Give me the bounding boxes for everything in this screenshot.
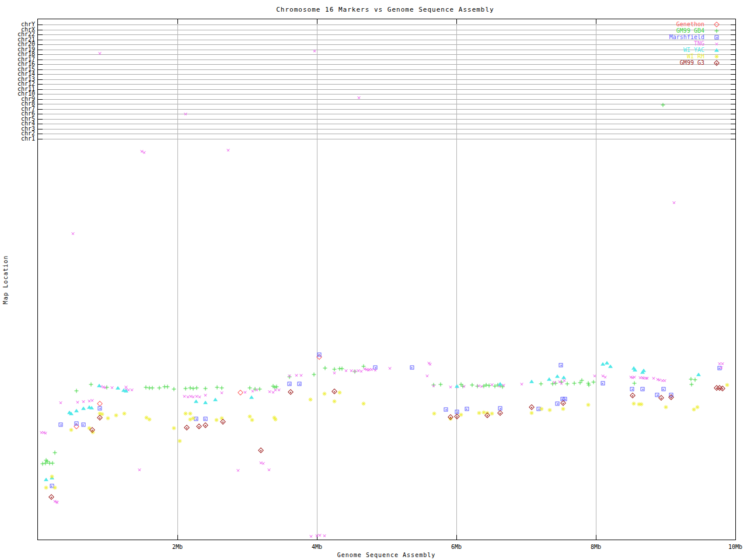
marker-gm99-g3 — [97, 415, 103, 421]
marker-tng — [462, 384, 466, 388]
y-tick-right — [731, 89, 735, 90]
marker-gm99-g3 — [630, 393, 636, 398]
marker-tng — [55, 500, 60, 505]
plot-area — [37, 19, 736, 540]
marker-tng — [602, 374, 607, 379]
marker-tng — [369, 367, 374, 372]
marker-tng — [186, 394, 190, 399]
marker-genethon — [97, 401, 103, 407]
marker-gm99-gb4 — [431, 383, 435, 387]
marker-gm99-gb4 — [632, 382, 636, 386]
marker-wi-yac — [641, 369, 646, 372]
marker-wi-yac — [249, 396, 254, 399]
y-tick-left — [38, 84, 43, 85]
marker-wi-rh — [631, 402, 636, 406]
x-tick-top — [177, 19, 178, 24]
marker-gm99-gb4 — [495, 383, 500, 387]
chromosome-gridline — [38, 69, 735, 70]
marker-wi-rh — [250, 418, 254, 422]
legend-label-wi-yac: WI YAC — [605, 47, 704, 53]
marker-gm99-gb4 — [273, 386, 277, 390]
marker-marshfield — [98, 407, 102, 411]
legend-label-gm99-gb4: GM99 GB4 — [605, 27, 704, 34]
marker-gm99-gb4 — [587, 383, 591, 387]
marker-wi-yac — [601, 362, 605, 366]
marker-gm99-g3 — [196, 424, 202, 429]
marker-wi-yac — [121, 388, 126, 392]
chromosome-gridline — [38, 124, 735, 124]
marker-wi-rh — [481, 411, 486, 415]
marker-gm99-gb4 — [693, 378, 697, 382]
marker-wi-yac — [67, 411, 72, 414]
marker-wi-rh — [123, 412, 127, 416]
y-tick-left — [38, 99, 43, 100]
marker-gm99-g3 — [560, 400, 566, 406]
marker-tng — [219, 390, 224, 395]
y-tick-right — [731, 74, 735, 75]
marker-tng — [431, 383, 435, 388]
marker-marshfield — [50, 484, 54, 488]
chromosome-gridline — [38, 134, 735, 134]
marker-gm99-gb4 — [163, 385, 167, 389]
x-axis-title: Genome Sequence Assembly — [233, 552, 539, 558]
x-tick-bottom — [456, 535, 457, 540]
chromosome-gridline — [38, 94, 735, 94]
marker-gm99-gb4 — [312, 373, 316, 377]
marker-gm99-gb4 — [148, 386, 152, 390]
marker-tng — [362, 366, 367, 371]
marker-gm99-g3 — [484, 412, 490, 418]
marker-marshfield — [655, 393, 659, 397]
marker-wi-yac — [213, 398, 218, 401]
marker-wi-rh — [188, 418, 192, 422]
marker-wi-rh — [191, 416, 196, 421]
marker-wi-rh — [725, 383, 729, 387]
y-tick-right — [731, 40, 735, 40]
marker-gm99-gb4 — [459, 383, 463, 387]
marker-tng — [43, 430, 48, 435]
y-tick-left — [38, 104, 43, 104]
marker-tng — [638, 375, 643, 380]
chromosome-gridline — [38, 89, 735, 90]
marker-wi-rh — [274, 418, 278, 422]
marker-gm99-gb4 — [44, 459, 48, 463]
marker-wi-yac — [640, 370, 645, 374]
marker-tng — [130, 387, 134, 392]
marker-wi-rh — [106, 416, 110, 421]
marker-gm99-gb4 — [45, 460, 49, 464]
marker-tng — [126, 387, 131, 392]
marker-gm99-gb4 — [586, 382, 590, 386]
marker-tng — [191, 394, 196, 399]
y-tick-right — [731, 30, 735, 30]
mb-gridline — [456, 19, 457, 540]
marker-wi-rh — [44, 486, 48, 490]
marker-wi-rh — [490, 412, 494, 416]
marker-wi-yac — [89, 406, 94, 410]
marker-gm99-gb4 — [487, 384, 491, 388]
marker-gm99-gb4 — [166, 385, 170, 389]
marker-tng — [641, 376, 646, 380]
marker-tng — [366, 368, 371, 372]
marker-tng — [645, 376, 650, 380]
marker-wi-yac — [81, 407, 86, 410]
marker-wi-rh — [323, 392, 327, 396]
marker-gm99-gb4 — [41, 462, 45, 466]
marker-wi-rh — [177, 439, 181, 443]
marker-gm99-gb4 — [500, 385, 504, 389]
marker-tng — [102, 385, 107, 390]
marker-gm99-gb4 — [362, 365, 366, 369]
marker-tng — [662, 378, 667, 383]
marker-wi-rh — [459, 413, 463, 417]
x-tick-top — [317, 19, 317, 24]
marker-gm99-gb4 — [271, 384, 275, 388]
y-tick-right — [731, 69, 735, 70]
marker-gm99-g3 — [331, 388, 337, 394]
y-tick-left — [38, 34, 43, 35]
marker-wi-rh — [91, 430, 95, 435]
marker-gm99-g3 — [714, 385, 720, 391]
marker-gm99-g3 — [48, 494, 54, 500]
y-tick-left — [38, 74, 43, 75]
marker-tng — [348, 368, 353, 373]
marker-marshfield — [717, 366, 721, 370]
marker-tng — [87, 398, 92, 403]
marker-tng — [322, 533, 327, 538]
